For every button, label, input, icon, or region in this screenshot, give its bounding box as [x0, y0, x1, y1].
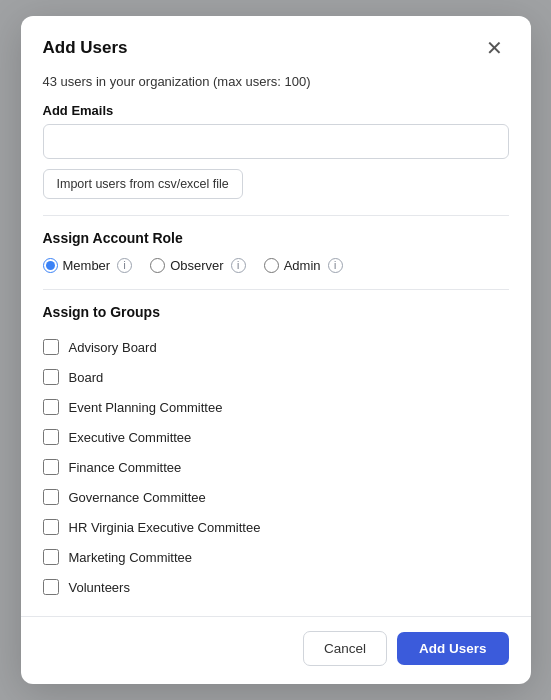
add-users-button[interactable]: Add Users	[397, 632, 509, 665]
group-item-event-planning[interactable]: Event Planning Committee	[43, 392, 509, 422]
user-count: 43 users in your organization (max users…	[43, 74, 509, 89]
group-label-executive-committee: Executive Committee	[69, 430, 192, 445]
group-item-advisory-board[interactable]: Advisory Board	[43, 332, 509, 362]
role-member-radio[interactable]	[43, 258, 58, 273]
group-item-board[interactable]: Board	[43, 362, 509, 392]
group-label-advisory-board: Advisory Board	[69, 340, 157, 355]
group-label-governance-committee: Governance Committee	[69, 490, 206, 505]
divider-1	[43, 215, 509, 216]
group-item-volunteers[interactable]: Volunteers	[43, 572, 509, 602]
role-observer[interactable]: Observer i	[150, 258, 245, 273]
group-label-marketing-committee: Marketing Committee	[69, 550, 193, 565]
group-label-hr-virginia: HR Virginia Executive Committee	[69, 520, 261, 535]
role-member-label: Member	[63, 258, 111, 273]
role-observer-label: Observer	[170, 258, 223, 273]
role-admin-label: Admin	[284, 258, 321, 273]
group-label-volunteers: Volunteers	[69, 580, 130, 595]
add-emails-label: Add Emails	[43, 103, 509, 118]
group-checkbox-executive-committee[interactable]	[43, 429, 59, 445]
cancel-button[interactable]: Cancel	[303, 631, 387, 666]
modal-body: 43 users in your organization (max users…	[21, 74, 531, 616]
group-item-marketing-committee[interactable]: Marketing Committee	[43, 542, 509, 572]
group-checkbox-volunteers[interactable]	[43, 579, 59, 595]
admin-info-icon[interactable]: i	[328, 258, 343, 273]
modal-header: Add Users ✕	[21, 16, 531, 74]
group-label-board: Board	[69, 370, 104, 385]
role-admin-radio[interactable]	[264, 258, 279, 273]
group-checkbox-marketing-committee[interactable]	[43, 549, 59, 565]
group-checkbox-finance-committee[interactable]	[43, 459, 59, 475]
group-label-finance-committee: Finance Committee	[69, 460, 182, 475]
group-item-finance-committee[interactable]: Finance Committee	[43, 452, 509, 482]
group-checkbox-board[interactable]	[43, 369, 59, 385]
role-member[interactable]: Member i	[43, 258, 133, 273]
close-button[interactable]: ✕	[480, 36, 509, 60]
assign-groups-title: Assign to Groups	[43, 304, 509, 320]
assign-role-title: Assign Account Role	[43, 230, 509, 246]
divider-2	[43, 289, 509, 290]
groups-list: Advisory BoardBoardEvent Planning Commit…	[43, 332, 509, 602]
modal-overlay: Add Users ✕ 43 users in your organizatio…	[0, 0, 551, 700]
member-info-icon[interactable]: i	[117, 258, 132, 273]
role-admin[interactable]: Admin i	[264, 258, 343, 273]
email-input[interactable]	[43, 124, 509, 159]
import-button[interactable]: Import users from csv/excel file	[43, 169, 243, 199]
group-checkbox-advisory-board[interactable]	[43, 339, 59, 355]
modal-footer: Cancel Add Users	[21, 616, 531, 684]
group-item-governance-committee[interactable]: Governance Committee	[43, 482, 509, 512]
group-checkbox-event-planning[interactable]	[43, 399, 59, 415]
group-label-event-planning: Event Planning Committee	[69, 400, 223, 415]
group-item-executive-committee[interactable]: Executive Committee	[43, 422, 509, 452]
group-item-hr-virginia[interactable]: HR Virginia Executive Committee	[43, 512, 509, 542]
group-checkbox-hr-virginia[interactable]	[43, 519, 59, 535]
role-row: Member i Observer i Admin i	[43, 258, 509, 273]
group-checkbox-governance-committee[interactable]	[43, 489, 59, 505]
role-observer-radio[interactable]	[150, 258, 165, 273]
modal-title: Add Users	[43, 38, 128, 58]
observer-info-icon[interactable]: i	[231, 258, 246, 273]
add-users-modal: Add Users ✕ 43 users in your organizatio…	[21, 16, 531, 684]
